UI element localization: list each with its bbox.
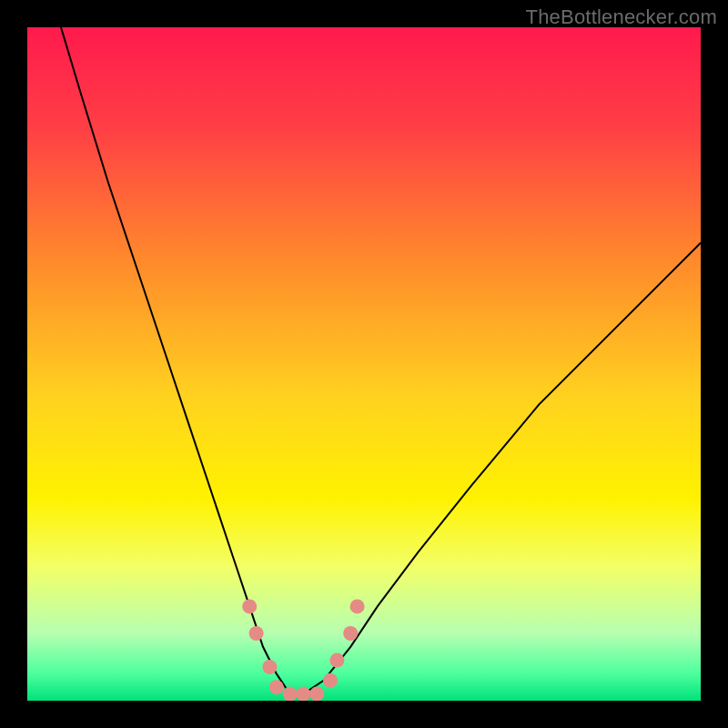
marker-dot <box>343 626 358 641</box>
plot-area <box>27 27 701 701</box>
marker-dot <box>242 599 257 613</box>
chart-frame: TheBottlenecker.com <box>0 0 728 728</box>
marker-dot <box>262 660 277 674</box>
watermark-text: TheBottlenecker.com <box>526 5 717 29</box>
marker-dot <box>269 680 284 694</box>
marker-dot <box>323 673 338 688</box>
marker-dot <box>309 687 324 701</box>
gradient-bg <box>27 27 701 701</box>
marker-dot <box>350 599 365 613</box>
marker-dot <box>296 687 310 701</box>
marker-dot <box>249 626 264 641</box>
marker-dot <box>329 653 344 668</box>
marker-dot <box>283 687 298 701</box>
chart-svg <box>27 27 701 701</box>
